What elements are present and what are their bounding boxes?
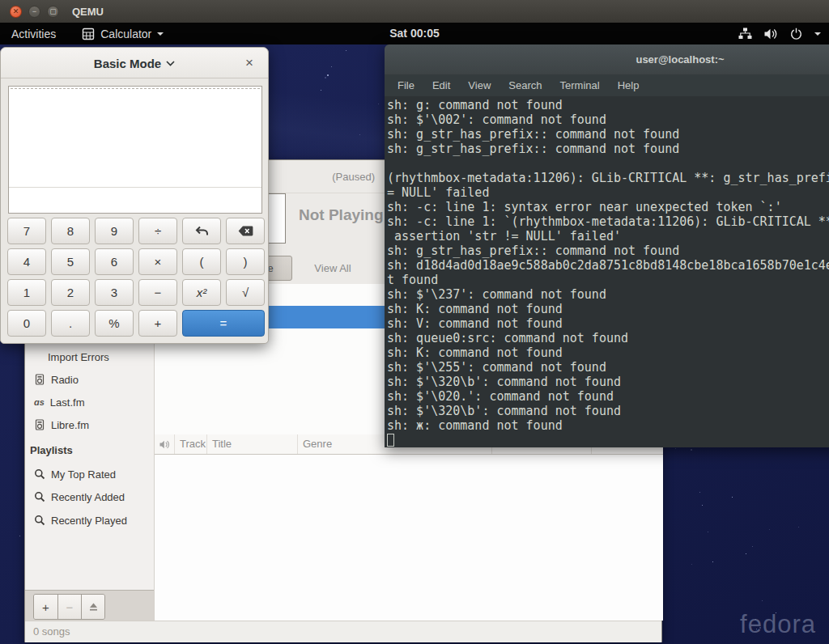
power-icon[interactable] (790, 28, 802, 40)
terminal-output-line: sh: g_str_has_prefix:: command not found (387, 244, 829, 258)
close-button[interactable]: × (240, 54, 258, 72)
calculator-keypad: 7 8 9 ÷ 4 5 6 × ( ) 1 2 3 − x² √ 0 . % +… (1, 218, 270, 339)
terminal-output-line: sh: g_str_has_prefix:: command not found (387, 142, 829, 156)
key-5[interactable]: 5 (51, 248, 90, 275)
terminal-menu-item[interactable]: Search (500, 79, 551, 91)
display-divider (9, 187, 261, 188)
key-multiply[interactable]: × (138, 248, 177, 275)
key-9[interactable]: 9 (95, 218, 134, 244)
sidebar-item-lastfm[interactable]: ɑs Last.fm (25, 392, 154, 412)
key-decimal[interactable]: . (51, 310, 90, 337)
calculator-app-icon (82, 28, 95, 40)
terminal-output-line: sh: $'\020.': command not found (387, 389, 829, 404)
sidebar-item-radio[interactable]: Radio (25, 370, 154, 389)
key-undo[interactable] (182, 218, 221, 244)
terminal-output-line (387, 156, 829, 171)
playback-status: (Paused) (326, 171, 375, 183)
undo-icon (195, 226, 209, 236)
key-8[interactable]: 8 (51, 218, 90, 244)
key-7[interactable]: 7 (7, 218, 46, 244)
terminal-output-line: sh: d18d4ad0d18ae9c588ab0c2da8751c8bd814… (387, 258, 829, 273)
volume-icon[interactable] (764, 28, 778, 40)
sidebar-bottom-toolbar: + − (25, 590, 154, 621)
sidebar-item-label: Radio (51, 374, 79, 386)
key-1[interactable]: 1 (7, 279, 46, 306)
terminal-output-line: sh: g: command not found (387, 98, 829, 112)
rhythmbox-status-bar: 0 songs (25, 621, 661, 642)
radio-icon (34, 419, 45, 430)
sidebar-item-label: My Top Rated (51, 468, 116, 481)
terminal-output-line: t found (387, 273, 829, 287)
sidebar-playlists-header: Playlists (25, 440, 154, 460)
terminal-menu-item[interactable]: File (389, 79, 423, 91)
terminal-output-line: (rhythmbox-metadata:11206): GLib-CRITICA… (387, 171, 829, 185)
terminal-menu-item[interactable]: View (459, 79, 500, 91)
key-equals[interactable]: = (182, 310, 265, 337)
sidebar-item-librefm[interactable]: Libre.fm (25, 415, 154, 434)
key-4[interactable]: 4 (7, 248, 46, 275)
mode-menu-button[interactable]: Basic Mode (1, 48, 268, 78)
terminal-output-line: sh: -c: line 1: syntax error near unexpe… (387, 200, 829, 214)
add-playlist-button[interactable]: + (34, 595, 57, 619)
qemu-titlebar: ✕ − ▢ QEMU (0, 0, 829, 23)
key-square[interactable]: x² (182, 279, 221, 306)
sidebar-item-import-errors[interactable]: Import Errors (25, 347, 154, 366)
terminal-lines: sh: g: command not foundsh: $'\002': com… (387, 98, 829, 433)
calculator-display[interactable] (8, 86, 262, 214)
window-minimize-button[interactable]: − (28, 6, 40, 18)
key-close-paren[interactable]: ) (226, 248, 265, 275)
system-menu-chevron-icon[interactable] (814, 32, 821, 36)
terminal-output-line: sh: K: command not found (387, 302, 829, 316)
terminal-output-line: = NULL' failed (387, 185, 829, 200)
terminal-output-line: sh: K: command not found (387, 345, 829, 360)
terminal-output-line: sh: $'\237': command not found (387, 287, 829, 302)
app-menu-calculator[interactable]: Calculator (74, 28, 172, 40)
key-subtract[interactable]: − (138, 279, 177, 306)
terminal-output-line: sh: queue0:src: command not found (387, 331, 829, 345)
key-sqrt[interactable]: √ (226, 279, 265, 306)
sidebar-item-my-top-rated[interactable]: My Top Rated (25, 464, 154, 484)
window-maximize-button[interactable]: ▢ (47, 6, 59, 18)
now-playing-label: Not Playing (299, 206, 384, 224)
key-open-paren[interactable]: ( (182, 248, 221, 275)
display-focus-line (11, 88, 260, 89)
key-add[interactable]: + (138, 310, 177, 337)
terminal-menu-item[interactable]: Terminal (551, 79, 609, 91)
key-divide[interactable]: ÷ (138, 218, 177, 244)
terminal-output-line: sh: $'\320\b': command not found (387, 404, 829, 418)
sidebar-item-recently-played[interactable]: Recently Played (25, 511, 154, 530)
window-title: QEMU (72, 6, 104, 18)
playing-column-header[interactable] (155, 434, 175, 454)
activities-button[interactable]: Activities (0, 28, 67, 40)
sidebar-item-label: Recently Played (51, 515, 127, 527)
terminal-output[interactable]: sh: g: command not foundsh: $'\002': com… (385, 96, 829, 447)
calculator-headerbar: Basic Mode × (1, 48, 268, 78)
track-list-body[interactable] (155, 455, 663, 621)
terminal-window: user@localhost:~ FileEditViewSearchTermi… (385, 44, 829, 447)
window-close-button[interactable]: ✕ (10, 6, 22, 18)
search-icon (34, 515, 45, 526)
remove-playlist-button[interactable]: − (57, 595, 81, 619)
key-3[interactable]: 3 (95, 279, 134, 306)
sidebar-item-label: Last.fm (50, 396, 85, 409)
key-percent[interactable]: % (95, 310, 134, 337)
terminal-output-line: sh: $'\255': command not found (387, 360, 829, 375)
sidebar-item-recently-added[interactable]: Recently Added (25, 487, 154, 506)
sidebar-item-label: Recently Added (51, 491, 125, 503)
chevron-down-icon (157, 32, 164, 36)
key-2[interactable]: 2 (51, 279, 90, 306)
view-all-button[interactable]: View All (296, 257, 369, 279)
terminal-menu-item[interactable]: Edit (423, 79, 459, 91)
calculator-window: Basic Mode × 7 8 9 ÷ 4 5 6 × ( ) 1 2 3 −… (0, 47, 269, 344)
title-column-header[interactable]: Title (207, 434, 298, 454)
eject-button[interactable] (81, 595, 104, 619)
key-0[interactable]: 0 (7, 310, 46, 337)
network-icon[interactable] (738, 28, 752, 40)
terminal-output-line: sh: V: command not found (387, 316, 829, 331)
terminal-menu-item[interactable]: Help (609, 79, 648, 91)
terminal-titlebar[interactable]: user@localhost:~ (385, 44, 829, 74)
track-column-header[interactable]: Track (175, 434, 207, 454)
key-backspace[interactable] (226, 218, 265, 244)
key-6[interactable]: 6 (95, 248, 134, 275)
speaker-icon (159, 440, 170, 449)
